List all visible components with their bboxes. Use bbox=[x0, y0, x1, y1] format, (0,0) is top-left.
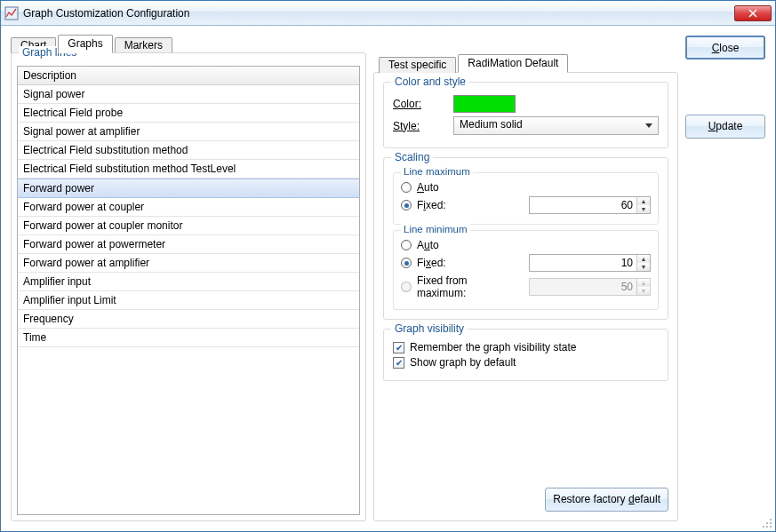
list-item[interactable]: Amplifier input bbox=[18, 273, 359, 291]
tab-markers[interactable]: Markers bbox=[115, 37, 172, 53]
resize-grip-icon[interactable] bbox=[760, 516, 772, 528]
list-item[interactable]: Forward power at powermeter bbox=[18, 235, 359, 254]
max-fixed-spinner[interactable]: ▲ ▼ bbox=[529, 196, 651, 214]
line-min-group: Line minimum Auto Fixed: bbox=[393, 230, 659, 310]
scaling-label: Scaling bbox=[391, 151, 433, 163]
settings-panel: Color and style Color: Style: Medium sol… bbox=[373, 72, 678, 521]
spinner-down-icon[interactable]: ▼ bbox=[637, 205, 650, 213]
client-area: Chart Graphs Markers Graph lines Descrip… bbox=[1, 26, 775, 531]
svg-point-5 bbox=[770, 522, 772, 524]
svg-point-8 bbox=[770, 526, 772, 528]
list-item[interactable]: Forward power at amplifier bbox=[18, 254, 359, 273]
list-item[interactable]: Signal power bbox=[18, 85, 359, 104]
list-item[interactable]: Signal power at amplifier bbox=[18, 123, 359, 141]
main-tabstrip: Chart Graphs Markers bbox=[11, 34, 366, 53]
min-fixed-spinner[interactable]: ▲ ▼ bbox=[529, 254, 651, 272]
list-header[interactable]: Description bbox=[18, 67, 359, 85]
list-item[interactable]: Frequency bbox=[18, 310, 359, 329]
spinner-down-icon[interactable]: ▼ bbox=[637, 263, 650, 271]
graph-lines-list[interactable]: Description Signal powerElectrical Field… bbox=[17, 66, 360, 515]
min-fixed-radio[interactable] bbox=[401, 258, 412, 268]
style-label: Style: bbox=[393, 120, 446, 132]
max-fixed-radio[interactable] bbox=[401, 200, 412, 210]
svg-point-6 bbox=[763, 526, 764, 528]
line-max-label: Line maximum bbox=[401, 166, 473, 177]
restore-default-button[interactable]: Restore factory default bbox=[545, 488, 668, 512]
visibility-group: Graph visibility ✔ Remember the graph vi… bbox=[383, 329, 668, 381]
show-default-label: Show graph by default bbox=[410, 356, 516, 369]
color-style-label: Color and style bbox=[391, 75, 469, 88]
min-fixed-input[interactable] bbox=[530, 255, 636, 271]
list-item[interactable]: Forward power bbox=[18, 179, 359, 198]
tab-test-specific[interactable]: Test specific bbox=[379, 57, 456, 73]
max-auto-label: Auto bbox=[417, 181, 439, 194]
list-item[interactable]: Electrical Field substitution method Tes… bbox=[18, 160, 359, 179]
line-min-label: Line minimum bbox=[401, 224, 470, 234]
min-from-max-spinner: ▲ ▼ bbox=[529, 278, 651, 296]
min-auto-radio[interactable] bbox=[401, 240, 412, 250]
window-frame: Graph Customization Configuration Chart … bbox=[0, 0, 776, 532]
color-swatch[interactable] bbox=[453, 95, 516, 113]
remember-label: Remember the graph visibility state bbox=[410, 341, 576, 353]
app-icon bbox=[4, 6, 19, 20]
spinner-up-icon[interactable]: ▲ bbox=[637, 197, 650, 205]
remember-checkbox[interactable]: ✔ bbox=[393, 342, 404, 353]
min-auto-label: Auto bbox=[417, 239, 439, 251]
list-item[interactable]: Forward power at coupler monitor bbox=[18, 217, 359, 235]
list-item[interactable]: Amplifier input Limit bbox=[18, 291, 359, 310]
color-label: Color: bbox=[393, 98, 446, 110]
tab-radimation-default[interactable]: RadiMation Default bbox=[458, 54, 568, 73]
svg-point-4 bbox=[766, 522, 768, 524]
max-fixed-input[interactable] bbox=[530, 197, 636, 213]
list-item[interactable]: Time bbox=[18, 329, 359, 347]
color-style-group: Color and style Color: Style: Medium sol… bbox=[383, 82, 668, 148]
inner-tabstrip: Test specific RadiMation Default bbox=[379, 53, 678, 73]
show-default-checkbox[interactable]: ✔ bbox=[393, 357, 404, 369]
close-button[interactable]: Close bbox=[685, 36, 765, 60]
min-from-max-input bbox=[530, 279, 636, 295]
style-select[interactable]: Medium solid bbox=[453, 116, 659, 135]
list-item[interactable]: Electrical Field substitution method bbox=[18, 141, 359, 160]
list-item[interactable]: Forward power at coupler bbox=[18, 198, 359, 217]
scaling-group: Scaling Line maximum Auto Fixed: bbox=[383, 157, 668, 320]
window-close-button[interactable] bbox=[734, 5, 772, 21]
line-max-group: Line maximum Auto Fixed: bbox=[393, 172, 659, 225]
spinner-down-icon: ▼ bbox=[637, 287, 650, 295]
min-fixed-from-max-radio[interactable] bbox=[401, 282, 412, 292]
svg-point-3 bbox=[770, 519, 772, 520]
max-fixed-label: Fixed: bbox=[417, 199, 446, 211]
update-button[interactable]: Update bbox=[685, 115, 765, 139]
visibility-label: Graph visibility bbox=[391, 322, 468, 335]
min-fixed-label: Fixed: bbox=[417, 257, 446, 269]
right-button-column: Close Update bbox=[685, 34, 765, 521]
min-fixed-from-max-label: Fixed from maximum: bbox=[417, 274, 518, 299]
window-title: Graph Customization Configuration bbox=[23, 7, 734, 20]
close-icon bbox=[748, 9, 758, 18]
spinner-up-icon[interactable]: ▲ bbox=[637, 255, 650, 263]
titlebar: Graph Customization Configuration bbox=[1, 1, 775, 26]
max-auto-radio[interactable] bbox=[401, 182, 412, 193]
left-column: Chart Graphs Markers Graph lines Descrip… bbox=[11, 34, 366, 521]
settings-column: Test specific RadiMation Default Color a… bbox=[373, 34, 678, 521]
svg-point-7 bbox=[766, 526, 768, 528]
spinner-up-icon: ▲ bbox=[637, 279, 650, 287]
tab-graphs[interactable]: Graphs bbox=[58, 35, 112, 53]
list-item[interactable]: Electrical Field probe bbox=[18, 104, 359, 123]
graph-lines-group: Graph lines Description Signal powerElec… bbox=[11, 52, 366, 521]
